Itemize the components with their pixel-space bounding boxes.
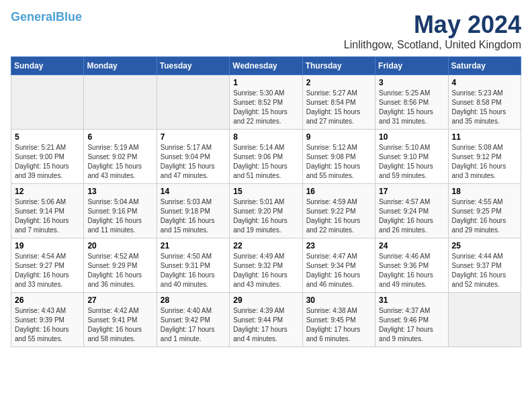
calendar-cell: 11Sunrise: 5:08 AM Sunset: 9:12 PM Dayli… [448, 130, 521, 184]
day-info: Sunrise: 5:25 AM Sunset: 8:56 PM Dayligh… [379, 89, 444, 126]
calendar-cell: 30Sunrise: 4:38 AM Sunset: 9:45 PM Dayli… [302, 293, 375, 347]
calendar-cell: 13Sunrise: 5:04 AM Sunset: 9:16 PM Dayli… [84, 184, 157, 238]
day-number: 14 [161, 187, 226, 196]
day-info: Sunrise: 4:55 AM Sunset: 9:25 PM Dayligh… [452, 197, 517, 235]
col-saturday: Saturday [448, 57, 521, 75]
day-info: Sunrise: 4:46 AM Sunset: 9:36 PM Dayligh… [379, 252, 444, 289]
day-number: 30 [306, 295, 371, 305]
calendar-cell: 9Sunrise: 5:12 AM Sunset: 9:08 PM Daylig… [302, 130, 375, 184]
week-row-5: 26Sunrise: 4:43 AM Sunset: 9:39 PM Dayli… [11, 293, 521, 347]
logo-blue: Blue [56, 10, 82, 24]
day-number: 8 [233, 132, 298, 142]
day-number: 12 [15, 187, 80, 196]
calendar-cell: 7Sunrise: 5:17 AM Sunset: 9:04 PM Daylig… [157, 130, 229, 184]
calendar-cell: 6Sunrise: 5:19 AM Sunset: 9:02 PM Daylig… [84, 130, 157, 184]
calendar-cell [448, 293, 521, 347]
day-info: Sunrise: 5:12 AM Sunset: 9:08 PM Dayligh… [306, 143, 371, 181]
day-info: Sunrise: 5:19 AM Sunset: 9:02 PM Dayligh… [87, 143, 152, 181]
calendar-cell: 12Sunrise: 5:06 AM Sunset: 9:14 PM Dayli… [11, 184, 84, 238]
calendar-cell: 21Sunrise: 4:50 AM Sunset: 9:31 PM Dayli… [157, 238, 229, 293]
day-number: 10 [379, 132, 444, 142]
calendar-cell: 20Sunrise: 4:52 AM Sunset: 9:29 PM Dayli… [84, 238, 157, 293]
calendar-cell: 15Sunrise: 5:01 AM Sunset: 9:20 PM Dayli… [230, 184, 302, 238]
day-info: Sunrise: 5:14 AM Sunset: 9:06 PM Dayligh… [233, 143, 298, 181]
day-number: 22 [233, 241, 298, 250]
day-info: Sunrise: 5:03 AM Sunset: 9:18 PM Dayligh… [161, 197, 226, 235]
calendar-cell: 14Sunrise: 5:03 AM Sunset: 9:18 PM Dayli… [157, 184, 229, 238]
calendar-cell: 3Sunrise: 5:25 AM Sunset: 8:56 PM Daylig… [375, 75, 448, 130]
calendar-cell: 17Sunrise: 4:57 AM Sunset: 9:24 PM Dayli… [375, 184, 448, 238]
week-row-2: 5Sunrise: 5:21 AM Sunset: 9:00 PM Daylig… [11, 130, 521, 184]
day-number: 13 [87, 187, 152, 196]
day-info: Sunrise: 4:37 AM Sunset: 9:46 PM Dayligh… [379, 306, 444, 344]
col-wednesday: Wednesday [230, 57, 302, 75]
calendar-cell: 31Sunrise: 4:37 AM Sunset: 9:46 PM Dayli… [375, 293, 448, 347]
logo-general: General [11, 10, 56, 24]
day-number: 19 [15, 241, 80, 250]
week-row-4: 19Sunrise: 4:54 AM Sunset: 9:27 PM Dayli… [11, 238, 521, 293]
calendar-cell: 8Sunrise: 5:14 AM Sunset: 9:06 PM Daylig… [230, 130, 302, 184]
calendar-cell: 28Sunrise: 4:40 AM Sunset: 9:42 PM Dayli… [157, 293, 229, 347]
calendar-cell: 25Sunrise: 4:44 AM Sunset: 9:37 PM Dayli… [448, 238, 521, 293]
day-info: Sunrise: 4:38 AM Sunset: 9:45 PM Dayligh… [306, 306, 371, 344]
day-number: 11 [452, 132, 517, 142]
calendar-table: Sunday Monday Tuesday Wednesday Thursday… [11, 56, 521, 347]
calendar-header-row: Sunday Monday Tuesday Wednesday Thursday… [11, 57, 521, 75]
day-number: 6 [87, 132, 152, 142]
day-number: 15 [233, 187, 298, 196]
day-number: 16 [306, 187, 371, 196]
calendar-cell: 5Sunrise: 5:21 AM Sunset: 9:00 PM Daylig… [11, 130, 84, 184]
calendar-cell: 22Sunrise: 4:49 AM Sunset: 9:32 PM Dayli… [230, 238, 302, 293]
day-info: Sunrise: 5:30 AM Sunset: 8:52 PM Dayligh… [233, 89, 298, 126]
day-number: 21 [161, 241, 226, 250]
day-info: Sunrise: 4:39 AM Sunset: 9:44 PM Dayligh… [233, 306, 298, 344]
day-number: 25 [452, 241, 517, 250]
calendar-cell: 2Sunrise: 5:27 AM Sunset: 8:54 PM Daylig… [302, 75, 375, 130]
day-number: 18 [452, 187, 517, 196]
calendar-cell: 16Sunrise: 4:59 AM Sunset: 9:22 PM Dayli… [302, 184, 375, 238]
day-info: Sunrise: 4:59 AM Sunset: 9:22 PM Dayligh… [306, 197, 371, 235]
day-number: 31 [379, 295, 444, 305]
col-thursday: Thursday [302, 57, 375, 75]
day-number: 17 [379, 187, 444, 196]
day-number: 27 [87, 295, 152, 305]
day-number: 24 [379, 241, 444, 250]
day-info: Sunrise: 4:54 AM Sunset: 9:27 PM Dayligh… [15, 252, 80, 289]
location-title: Linlithgow, Scotland, United Kingdom [344, 39, 521, 51]
calendar-cell [157, 75, 229, 130]
day-info: Sunrise: 4:43 AM Sunset: 9:39 PM Dayligh… [15, 306, 80, 344]
day-info: Sunrise: 4:57 AM Sunset: 9:24 PM Dayligh… [379, 197, 444, 235]
day-number: 3 [379, 78, 444, 87]
calendar-cell [11, 75, 84, 130]
day-info: Sunrise: 4:49 AM Sunset: 9:32 PM Dayligh… [233, 252, 298, 289]
day-info: Sunrise: 4:42 AM Sunset: 9:41 PM Dayligh… [87, 306, 152, 344]
day-info: Sunrise: 5:06 AM Sunset: 9:14 PM Dayligh… [15, 197, 80, 235]
day-number: 20 [87, 241, 152, 250]
day-info: Sunrise: 5:04 AM Sunset: 9:16 PM Dayligh… [87, 197, 152, 235]
day-info: Sunrise: 4:40 AM Sunset: 9:42 PM Dayligh… [161, 306, 226, 344]
day-info: Sunrise: 5:23 AM Sunset: 8:58 PM Dayligh… [452, 89, 517, 126]
day-number: 5 [15, 132, 80, 142]
calendar-cell: 29Sunrise: 4:39 AM Sunset: 9:44 PM Dayli… [230, 293, 302, 347]
calendar-cell: 27Sunrise: 4:42 AM Sunset: 9:41 PM Dayli… [84, 293, 157, 347]
day-info: Sunrise: 4:47 AM Sunset: 9:34 PM Dayligh… [306, 252, 371, 289]
month-title: May 2024 [344, 11, 521, 39]
day-info: Sunrise: 4:50 AM Sunset: 9:31 PM Dayligh… [161, 252, 226, 289]
day-number: 28 [161, 295, 226, 305]
day-number: 1 [233, 78, 298, 87]
day-info: Sunrise: 5:10 AM Sunset: 9:10 PM Dayligh… [379, 143, 444, 181]
day-number: 4 [452, 78, 517, 87]
day-number: 9 [306, 132, 371, 142]
calendar-cell: 4Sunrise: 5:23 AM Sunset: 8:58 PM Daylig… [448, 75, 521, 130]
page-header: GeneralBlue May 2024 Linlithgow, Scotlan… [11, 11, 521, 51]
day-number: 2 [306, 78, 371, 87]
day-info: Sunrise: 5:27 AM Sunset: 8:54 PM Dayligh… [306, 89, 371, 126]
title-block: May 2024 Linlithgow, Scotland, United Ki… [344, 11, 521, 51]
day-info: Sunrise: 5:08 AM Sunset: 9:12 PM Dayligh… [452, 143, 517, 181]
week-row-3: 12Sunrise: 5:06 AM Sunset: 9:14 PM Dayli… [11, 184, 521, 238]
day-number: 26 [15, 295, 80, 305]
calendar-cell: 18Sunrise: 4:55 AM Sunset: 9:25 PM Dayli… [448, 184, 521, 238]
col-tuesday: Tuesday [157, 57, 229, 75]
day-info: Sunrise: 5:01 AM Sunset: 9:20 PM Dayligh… [233, 197, 298, 235]
day-number: 7 [161, 132, 226, 142]
